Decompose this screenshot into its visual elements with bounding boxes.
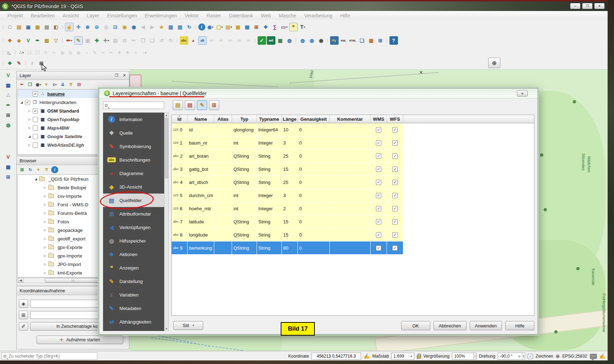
scrollbar-thumb[interactable] [165, 118, 168, 178]
current-edits-icon[interactable]: ✏▾ [65, 36, 74, 45]
table-row[interactable]: 1231 baum_nr int Integer 3 0 [172, 136, 534, 150]
cut-features-icon[interactable]: ✂ [130, 36, 138, 45]
wms-checkbox[interactable] [376, 193, 381, 198]
rotate-label-icon[interactable]: ab [235, 36, 244, 45]
text-annotation-icon[interactable]: T▾ [298, 23, 307, 31]
open-project-icon[interactable]: ▤ [15, 23, 23, 31]
menu-item[interactable]: Projekt [4, 13, 27, 18]
sidebar-item-diagramme[interactable]: ◕ Diagramme [103, 167, 164, 180]
sidebar-item-information[interactable]: i Information [103, 113, 164, 126]
scroll-left-icon[interactable]: ◀ [18, 278, 23, 283]
collapse-all-icon[interactable]: ⇈ [68, 81, 75, 88]
menu-item[interactable]: Vektor [181, 13, 203, 18]
raster-tool-icon[interactable]: ▦ [276, 36, 285, 45]
render-checkbox[interactable] [528, 354, 533, 359]
locator-search-input[interactable] [8, 353, 97, 359]
sidebar-item-attributformular[interactable]: ⊞ Attributformular [103, 207, 164, 221]
expander-icon[interactable]: ▷ [43, 245, 48, 249]
expand-all-icon[interactable]: ⇊ [59, 81, 66, 88]
table-grid-icon[interactable]: ⊞ [4, 173, 12, 181]
layer-styling-icon[interactable]: ✒ [18, 81, 26, 88]
measure-icon[interactable]: ▭▾ [280, 23, 289, 31]
coordinate-compass-icon[interactable]: ◈ [19, 299, 28, 308]
add-part-icon[interactable]: ◎ [67, 49, 74, 56]
style-manager-icon[interactable]: ◧ [52, 23, 60, 31]
python-console-icon[interactable]: Py [330, 36, 339, 45]
wms-checkbox[interactable] [376, 245, 381, 251]
wfs-checkbox[interactable] [392, 219, 398, 224]
anwenden-button[interactable]: Anwenden [470, 321, 502, 330]
column-header[interactable]: WMS [371, 115, 387, 123]
spinner-icon[interactable] [522, 353, 525, 359]
zoom-in-icon[interactable]: ⊕ [84, 23, 92, 31]
messages-icon[interactable]: ⋯ [590, 354, 597, 359]
expander-icon[interactable]: ▷ [43, 262, 48, 266]
refresh-map-icon[interactable]: ↻ [185, 23, 194, 31]
pin-labels-icon[interactable]: abc [180, 36, 188, 45]
web-globe-icon[interactable]: ◍ [308, 36, 316, 45]
table-row[interactable]: 1230 id qlonglong Integer64 10 0 [172, 123, 534, 136]
sidebar-item-abhaengigkeiten[interactable]: ⇄ Abhängigkeiten [103, 315, 164, 328]
column-header[interactable]: WFS [387, 115, 403, 123]
toggle-editing-mode-icon[interactable]: ✎ [197, 100, 207, 110]
merge-attributes-icon[interactable]: ❖ [124, 49, 131, 56]
table-row[interactable]: 1235 durchm_cm int Integer 3 0 [172, 189, 534, 202]
menu-item[interactable]: Ansicht [59, 13, 83, 18]
wfs-checkbox[interactable] [392, 153, 398, 159]
rotate-feature-icon[interactable]: ↻ [42, 49, 50, 56]
filter-expression-icon[interactable]: ε▾ [51, 81, 58, 88]
table-row[interactable]: abc2 art_botan QString String 25 0 [172, 150, 534, 163]
sidebar-item-quellfelder[interactable]: ▤ Quellfelder [103, 194, 164, 207]
sidebar-item-darstellung[interactable]: ✎ Darstellung [103, 275, 164, 288]
ok-button[interactable]: OK [401, 321, 430, 330]
column-header[interactable]: Genauigkeit [298, 115, 330, 123]
wd-plugin-icon[interactable]: wd [267, 36, 275, 45]
wfs-checkbox[interactable] [392, 140, 398, 146]
log-messages-icon[interactable] [599, 353, 605, 359]
vertex-edit-icon[interactable]: V [4, 153, 12, 161]
menu-item[interactable]: Web [257, 13, 275, 18]
processing-gear-icon[interactable]: ❖ [262, 23, 270, 31]
wms-checkbox[interactable] [376, 127, 381, 132]
table-row[interactable]: abc7 latitude QString String 15 0 [172, 215, 534, 228]
change-label-icon[interactable]: ab [244, 36, 253, 45]
wms-checkbox[interactable] [376, 140, 381, 146]
merge-features-icon[interactable]: ❖ [116, 49, 123, 56]
cad-tools-icon[interactable]: ◺ [6, 49, 13, 56]
filter-browser-icon[interactable]: ▼ [35, 166, 42, 173]
menu-item[interactable]: Erweiterungen [141, 13, 181, 18]
wfs-checkbox[interactable] [392, 245, 398, 251]
menu-item[interactable]: Datenbank [225, 13, 257, 18]
minimize-button[interactable]: ─ [570, 3, 581, 9]
html-tools-icon[interactable]: HTML [349, 36, 357, 45]
expander-icon[interactable]: ▷ [43, 194, 48, 198]
modify-attributes-icon[interactable]: ▤ [111, 36, 120, 45]
zoom-out-icon[interactable]: ⊖ [93, 23, 101, 31]
panel-float-button[interactable]: ❐ [113, 72, 120, 78]
data-source-manager-icon[interactable]: ❖ [6, 36, 14, 45]
db-manager-icon[interactable]: ◍ [285, 36, 294, 45]
column-header[interactable]: Id [172, 115, 188, 123]
magnifier-spinbox[interactable]: 100% [452, 353, 476, 360]
column-header[interactable]: Typ [232, 115, 257, 123]
crs-status[interactable]: EPSG:25832 [562, 354, 587, 359]
wfs-checkbox[interactable] [392, 206, 398, 211]
close-button[interactable]: ✕ [594, 3, 605, 9]
field-calculator-icon[interactable]: ⊞ [209, 100, 219, 110]
extents-pointer-icon[interactable] [363, 353, 370, 360]
zoom-full-icon[interactable]: ⊡ [111, 23, 120, 31]
sidebar-item-quelle[interactable]: ❖ Quelle [103, 126, 164, 140]
lock-scale-icon[interactable] [417, 355, 421, 359]
geometry-checker-icon[interactable]: ✓ [258, 36, 266, 45]
table-row[interactable]: abc8 longitude QString String 15 0 [172, 228, 534, 241]
raster-grid-icon[interactable]: ▦ [4, 163, 12, 171]
metasearch-icon[interactable]: ◍ [298, 36, 307, 45]
expander-icon[interactable]: ▷ [43, 186, 48, 189]
copy-features-icon[interactable]: ❐ [139, 36, 147, 45]
expander-icon[interactable]: ▷ [43, 220, 48, 223]
menu-item[interactable]: Bearbeiten [27, 13, 59, 18]
redo-icon[interactable]: ↻ [167, 36, 175, 45]
pin-unpin-labels-icon[interactable]: ab [208, 36, 216, 45]
expander-icon[interactable]: ◢ [33, 177, 38, 181]
expander-icon[interactable]: ◢ [27, 135, 32, 138]
